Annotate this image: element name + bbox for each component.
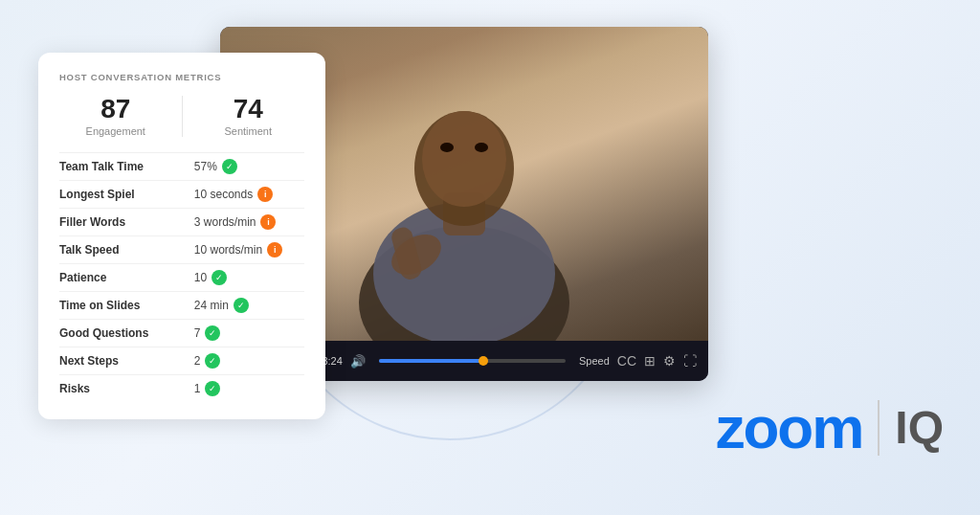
info-icon: i <box>257 187 273 202</box>
metric-name: Talk Speed <box>59 236 194 264</box>
table-row: Time on Slides24 min ✓ <box>59 292 304 320</box>
speed-label[interactable]: Speed <box>579 355 610 367</box>
svg-point-6 <box>475 143 488 152</box>
svg-point-5 <box>440 143 454 152</box>
engagement-label: Engagement <box>59 125 172 137</box>
metric-value: 10 seconds i <box>194 181 304 209</box>
captions-icon[interactable]: CC <box>617 353 636 369</box>
table-row: Next Steps2 ✓ <box>59 347 304 375</box>
metric-name: Time on Slides <box>59 292 194 320</box>
progress-dot <box>479 356 488 366</box>
metrics-table: Team Talk Time57% ✓Longest Spiel10 secon… <box>59 152 304 402</box>
sentiment-label: Sentiment <box>192 125 305 137</box>
table-row: Patience10 ✓ <box>59 264 304 292</box>
info-icon: i <box>260 214 276 230</box>
card-title: HOST CONVERSATION METRICS <box>59 72 304 82</box>
metric-value: 3 words/min i <box>194 209 304 236</box>
check-icon: ✓ <box>212 270 227 285</box>
branding: zoom IQ <box>715 398 944 458</box>
check-icon: ✓ <box>234 298 249 313</box>
metric-name: Next Steps <box>59 347 194 375</box>
info-icon: i <box>267 242 282 258</box>
metric-value: 10 ✓ <box>194 264 304 292</box>
person-silhouette <box>340 44 589 341</box>
progress-fill <box>379 359 483 363</box>
iq-logo: IQ <box>895 405 944 451</box>
settings-icon[interactable]: ⚙ <box>663 353 676 369</box>
metric-value: 24 min ✓ <box>194 292 304 320</box>
zoom-logo: zoom <box>715 398 862 458</box>
metric-value: 7 ✓ <box>194 320 304 347</box>
table-row: Filler Words3 words/min i <box>59 209 304 236</box>
table-row: Talk Speed10 words/min i <box>59 236 304 264</box>
fullscreen-icon[interactable]: ⛶ <box>683 353 697 369</box>
metric-value: 1 ✓ <box>194 375 304 403</box>
check-icon: ✓ <box>222 159 237 174</box>
table-row: Risks1 ✓ <box>59 375 304 403</box>
table-row: Team Talk Time57% ✓ <box>59 153 304 181</box>
metric-value: 57% ✓ <box>194 153 304 181</box>
metric-value: 10 words/min i <box>194 236 304 264</box>
sentiment-score: 74 Sentiment <box>192 96 305 137</box>
progress-bar[interactable] <box>379 359 566 363</box>
check-icon: ✓ <box>205 381 220 396</box>
engagement-score: 87 Engagement <box>59 96 172 137</box>
table-row: Longest Spiel10 seconds i <box>59 181 304 209</box>
sentiment-value: 74 <box>192 96 305 123</box>
metric-name: Team Talk Time <box>59 153 194 181</box>
scores-row: 87 Engagement 74 Sentiment <box>59 96 304 137</box>
metric-value: 2 ✓ <box>194 347 304 375</box>
check-icon: ✓ <box>205 353 220 369</box>
layout-icon[interactable]: ⊞ <box>644 353 656 369</box>
svg-point-4 <box>422 111 506 207</box>
score-divider <box>182 96 183 137</box>
metric-name: Patience <box>59 264 194 292</box>
metric-name: Longest Spiel <box>59 181 194 209</box>
volume-icon[interactable]: 🔊 <box>350 354 366 369</box>
metric-name: Risks <box>59 375 194 403</box>
metric-name: Good Questions <box>59 320 194 347</box>
check-icon: ✓ <box>205 325 220 341</box>
brand-divider <box>878 400 880 456</box>
metrics-card: HOST CONVERSATION METRICS 87 Engagement … <box>38 53 325 419</box>
engagement-value: 87 <box>59 96 172 123</box>
table-row: Good Questions7 ✓ <box>59 320 304 347</box>
metric-name: Filler Words <box>59 209 194 236</box>
